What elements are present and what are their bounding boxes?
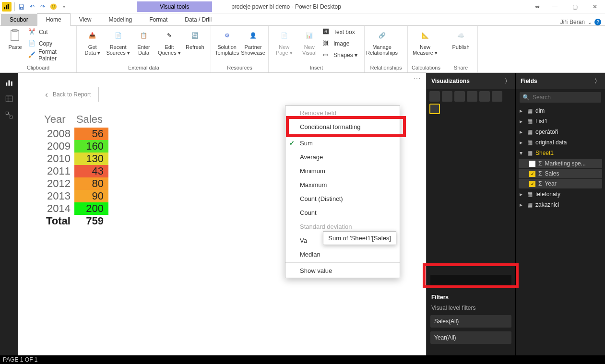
copy-button[interactable]: 📄Copy — [28, 38, 72, 49]
edit-queries-button[interactable]: ✎Edit Queries ▾ — [157, 27, 181, 56]
manage-relationships-button[interactable]: 🔗Manage Relationships — [368, 27, 395, 56]
ctx-average[interactable]: Average — [285, 150, 400, 164]
shapes-button[interactable]: ▭Shapes ▾ — [323, 50, 360, 60]
cut-button[interactable]: ✂️Cut — [28, 27, 72, 37]
report-canvas[interactable]: ═ ··· ‹ Back to Report Year Sales 200856… — [18, 73, 427, 355]
svg-rect-8 — [11, 82, 12, 86]
ctx-count[interactable]: Count — [285, 206, 400, 220]
smiley-icon[interactable]: 🙂 — [49, 3, 57, 11]
table-row[interactable]: 201390 — [42, 190, 108, 202]
search-icon: 🔍 — [522, 94, 530, 101]
help-icon[interactable]: ? — [594, 19, 601, 25]
fields-table[interactable]: ▸▦List1 — [517, 116, 604, 127]
format-painter-button[interactable]: 🖌️Format Painter — [28, 50, 72, 60]
paste-button[interactable]: Paste — [4, 27, 26, 50]
table-row[interactable]: 200856 — [42, 128, 108, 140]
image-button[interactable]: 🖼Image — [323, 38, 360, 49]
get-data-button[interactable]: 📥Get Data ▾ — [81, 27, 104, 56]
svg-rect-9 — [6, 96, 12, 102]
filter-sales[interactable]: Sales(All) — [430, 315, 511, 328]
visual-tools-tab[interactable]: Visual tools — [137, 1, 212, 12]
ctx-maximum[interactable]: Maximum — [285, 178, 400, 192]
save-icon[interactable] — [18, 3, 25, 11]
publish-button[interactable]: ☁️Publish — [448, 27, 474, 50]
ribbon: Paste ✂️Cut 📄Copy 🖌️Format Painter Clipb… — [0, 26, 605, 73]
table-row[interactable]: 2010130 — [42, 153, 108, 165]
textbox-button[interactable]: 🅰Text box — [323, 27, 360, 37]
table-row[interactable]: 2009160 — [42, 140, 108, 153]
canvas-more-icon[interactable]: ··· — [414, 75, 421, 82]
recent-sources-button[interactable]: 📄Recent Sources ▾ — [106, 27, 130, 56]
field-context-menu: Remove field Conditional formatting Sum … — [285, 106, 400, 278]
qat-dropdown-icon[interactable]: ▾ — [60, 3, 68, 11]
table-row[interactable]: 201143 — [42, 165, 108, 177]
window-title: prodeje power bi demo - Power BI Desktop — [231, 3, 341, 10]
table-row[interactable]: 2014200 — [42, 202, 108, 215]
table-row[interactable]: 201280 — [42, 177, 108, 190]
tab-data-drill[interactable]: Data / Drill — [176, 14, 220, 25]
field-item[interactable]: ✓ΣYear — [519, 179, 602, 188]
field-item[interactable]: ✓ΣSales — [519, 169, 602, 178]
svg-rect-6 — [6, 82, 7, 86]
fields-table[interactable]: ▸▦original data — [517, 137, 604, 148]
enter-data-button[interactable]: 📋Enter Data — [132, 27, 155, 56]
back-chevron-icon[interactable]: ‹ — [45, 90, 48, 100]
new-visual-button[interactable]: 📊New Visual — [298, 27, 321, 56]
resize-handle-icon[interactable]: ⇔ — [530, 0, 545, 13]
ctx-count-distinct[interactable]: Count (Distinct) — [285, 192, 400, 206]
tab-format[interactable]: Format — [141, 14, 176, 25]
ctx-show-value-as[interactable]: Show value — [285, 264, 400, 278]
ctx-minimum[interactable]: Minimum — [285, 164, 400, 178]
new-page-button[interactable]: 📄New Page ▾ — [273, 27, 296, 56]
fields-table[interactable]: ▸▦telefonaty — [517, 189, 604, 200]
refresh-button[interactable]: 🔄Refresh — [183, 27, 207, 50]
app-logo-icon — [2, 2, 12, 12]
tab-home[interactable]: Home — [37, 13, 71, 26]
values-well[interactable] — [430, 275, 511, 287]
fields-search-input[interactable] — [533, 94, 605, 101]
tab-file[interactable]: Soubor — [1, 14, 37, 25]
status-bar: PAGE 1 OF 1 — [0, 355, 605, 364]
svg-rect-4 — [11, 31, 19, 41]
undo-icon[interactable]: ↶ — [28, 3, 36, 11]
fields-search[interactable]: 🔍 — [520, 92, 601, 103]
filters-header: Filters — [427, 289, 515, 303]
ctx-conditional-formatting[interactable]: Conditional formatting — [285, 120, 400, 134]
fields-table[interactable]: ▸▦dim — [517, 106, 604, 116]
new-measure-button[interactable]: 📐New Measure ▾ — [412, 27, 439, 56]
collapse-fields-icon[interactable]: 〉 — [594, 77, 600, 85]
field-item[interactable]: ΣMarketing spe... — [519, 159, 602, 168]
ctx-remove-field[interactable]: Remove field — [285, 106, 400, 120]
viz-gallery[interactable] — [427, 89, 515, 116]
tab-view[interactable]: View — [71, 14, 100, 25]
redo-icon[interactable]: ↷ — [39, 3, 47, 11]
filter-year[interactable]: Year(All) — [430, 331, 511, 344]
visual-level-filters-label: Visual level filters — [427, 303, 515, 313]
solution-templates-button[interactable]: ⚙Solution Templates — [215, 27, 239, 56]
ctx-median[interactable]: Median — [285, 247, 400, 261]
data-view-icon[interactable] — [4, 94, 14, 104]
minimize-button[interactable]: — — [545, 0, 565, 13]
collapse-viz-icon[interactable]: 〉 — [505, 77, 510, 85]
ribbon-tabs: Soubor Home View Modeling Format Data / … — [0, 13, 605, 26]
partner-showcase-button[interactable]: 👤Partner Showcase — [241, 27, 265, 56]
quick-access-toolbar: ↶ ↷ 🙂 ▾ — [0, 2, 70, 12]
back-to-report-link[interactable]: Back to Report — [53, 91, 91, 98]
col-year: Year — [42, 113, 74, 128]
tooltip: Sum of 'Sheet1'[Sales] — [323, 231, 396, 245]
tab-modeling[interactable]: Modeling — [100, 14, 141, 25]
fields-table[interactable]: ▸▦zakaznici — [517, 200, 604, 210]
visualizations-pane: Visualizations〉 Filters Visual level fil… — [427, 73, 516, 355]
fields-table[interactable]: ▸▦operátoři — [517, 127, 604, 137]
user-name[interactable]: Jiří Beran — [560, 19, 585, 25]
svg-rect-1 — [6, 5, 7, 9]
canvas-resize-handle[interactable]: ═ — [18, 73, 426, 80]
model-view-icon[interactable] — [4, 110, 14, 120]
maximize-button[interactable]: ▢ — [565, 0, 585, 13]
user-chevron-icon[interactable]: ⌄ — [588, 20, 592, 25]
report-view-icon[interactable] — [4, 78, 14, 87]
close-button[interactable]: ✕ — [585, 0, 605, 13]
fields-table-open[interactable]: ▾▦Sheet1 — [517, 148, 604, 158]
svg-rect-0 — [4, 7, 5, 9]
ctx-sum[interactable]: Sum — [285, 136, 400, 150]
